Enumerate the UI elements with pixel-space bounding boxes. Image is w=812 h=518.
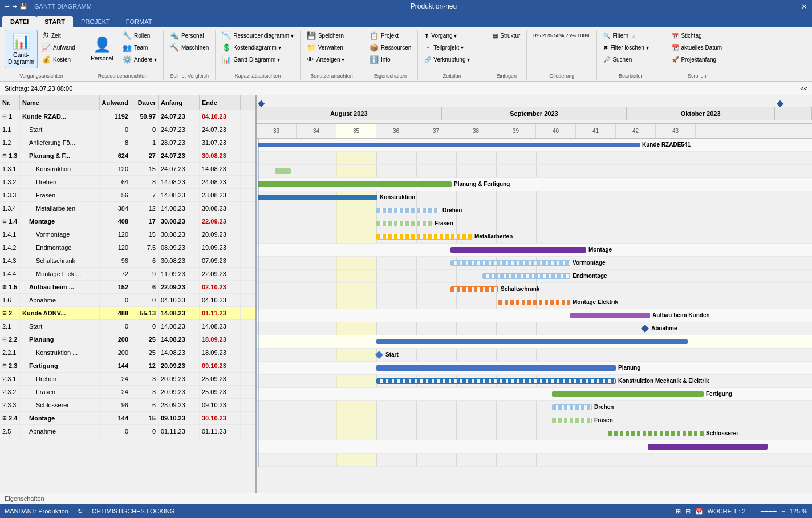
gantt-bar[interactable]: [376, 365, 616, 371]
table-row[interactable]: 2.2.1Konstruktion ...2002514.08.2318.09.…: [0, 346, 255, 359]
table-row[interactable]: 2.3.3Schlosserei96628.09.2309.10.23: [0, 399, 255, 412]
expand-btn[interactable]: ⊟: [2, 337, 7, 342]
minimize-btn[interactable]: —: [776, 2, 783, 11]
expand-btn[interactable]: ⊟: [2, 218, 7, 224]
speichern-btn[interactable]: 💾Speichern: [304, 30, 347, 41]
table-row[interactable]: 1.4.4Montage Elekt...72911.09.2322.09.23: [0, 268, 255, 281]
expand-btn[interactable]: ⊟: [2, 363, 7, 369]
personal2-btn[interactable]: 🔩Personal: [167, 30, 212, 41]
table-row[interactable]: 1.6Abnahme0004.10.2304.10.23: [0, 294, 255, 307]
ressourcendiagramm-btn[interactable]: 📉Ressourcendiagramm ▾: [219, 30, 297, 41]
expand-btn[interactable]: ⊟: [2, 114, 7, 119]
table-row[interactable]: 1.3.4Metallarbeiten3841214.08.2330.08.23: [0, 202, 255, 215]
gantt-bar[interactable]: [482, 273, 570, 279]
struktur-btn[interactable]: ▦Struktur: [490, 30, 523, 41]
projektanfang-btn[interactable]: 🚀Projektanfang: [669, 54, 725, 65]
projekt-btn[interactable]: 📋Projekt: [367, 30, 414, 41]
ressourcen-btn[interactable]: 📦Ressourcen: [367, 42, 414, 53]
gantt-bar[interactable]: [450, 286, 498, 292]
collapse-btn[interactable]: <<: [800, 85, 807, 92]
gantt-bar[interactable]: [376, 221, 432, 226]
table-row[interactable]: 2.3.1Drehen24320.09.2325.09.23: [0, 373, 255, 386]
gantt-bar[interactable]: [570, 313, 650, 318]
info-btn[interactable]: ℹ️Info: [367, 54, 414, 65]
andere-btn[interactable]: ⚙️Andere ▾: [120, 54, 160, 65]
gantt-nav-right[interactable]: ◆: [777, 98, 783, 108]
vorgang-btn[interactable]: ⬆Vorgang ▾: [421, 30, 473, 41]
table-row[interactable]: 1.4.3Schaltschrank96630.08.2307.09.23: [0, 254, 255, 268]
table-row[interactable]: ⊟2Kunde ADNV...48855.1314.08.2301.11.23: [0, 307, 255, 320]
table-row[interactable]: 1.4.1Vormontage1201530.08.2320.09.23: [0, 228, 255, 241]
kosten-btn[interactable]: 💰Kosten: [39, 54, 78, 65]
gantt-bar[interactable]: [608, 431, 704, 436]
gantt-bar[interactable]: [258, 181, 452, 187]
rollen-btn[interactable]: 🔧Rollen: [120, 30, 160, 41]
anzeigen-btn[interactable]: 👁Anzeigen ▾: [304, 54, 347, 65]
gantt-bar[interactable]: [275, 168, 291, 174]
table-row[interactable]: 1.3.2Drehen64814.08.2324.08.23: [0, 176, 255, 189]
verwalten-btn[interactable]: 📁Verwalten: [304, 42, 347, 53]
expand-btn[interactable]: ⊟: [2, 310, 7, 316]
table-row[interactable]: 1.3.3Fräsen56714.08.2323.08.23: [0, 189, 255, 202]
gantt-diagramm2-btn[interactable]: 📊Gantt-Diagramm ▾: [219, 54, 297, 65]
table-row[interactable]: 2.3.2Fräsen24320.09.2325.09.23: [0, 386, 255, 399]
expand-btn[interactable]: ⊟: [2, 153, 7, 159]
gantt-bar[interactable]: [498, 300, 570, 305]
quick-access-save[interactable]: 💾: [19, 3, 27, 10]
percent-btns[interactable]: 0% 25% 50% 75% 100%: [530, 30, 593, 41]
gantt-bar[interactable]: [648, 444, 768, 450]
table-row[interactable]: ⊞1.5Aufbau beim ...152622.09.2302.10.23: [0, 281, 255, 294]
table-row[interactable]: ⊟2.3Fertigung1441220.09.2309.10.23: [0, 359, 255, 373]
quick-access-undo[interactable]: ↩: [5, 3, 10, 10]
zoom-minus[interactable]: —: [750, 508, 756, 515]
table-row[interactable]: 1.4.2Endmontage1207.508.09.2319.09.23: [0, 241, 255, 254]
gantt-bar[interactable]: [258, 143, 640, 147]
table-icon[interactable]: ⊟: [685, 508, 691, 515]
aktuelles-datum-btn[interactable]: 📆aktuelles Datum: [669, 42, 725, 53]
gantt-bar[interactable]: [376, 208, 440, 213]
filter-loschen-btn[interactable]: ✖Filter löschen ▾: [600, 42, 651, 53]
calendar-icon[interactable]: 📅: [695, 508, 703, 515]
table-row[interactable]: ⊟1.3Planung & F...6242724.07.2330.08.23: [0, 149, 255, 163]
tab-start[interactable]: START: [36, 16, 73, 27]
gantt-nav-left[interactable]: ◆: [258, 98, 265, 108]
stichtag-btn[interactable]: 📅Stichtag: [669, 30, 725, 41]
table-row[interactable]: 1.2Anlieferung Fö...8128.07.2331.07.23: [0, 136, 255, 149]
gantt-diagramm-btn[interactable]: 📊 Gantt-Diagramm: [5, 30, 38, 68]
table-row[interactable]: ⊟1Kunde RZAD...119250.9724.07.2304.10.23: [0, 110, 255, 123]
table-row[interactable]: ⊟2.2Planung2002514.08.2318.09.23: [0, 333, 255, 346]
table-row[interactable]: 2.1Start0014.08.2314.08.23: [0, 320, 255, 333]
tab-projekt[interactable]: PROJEKT: [73, 16, 118, 27]
teilprojekt-btn[interactable]: 🔹Teilprojekt ▾: [421, 42, 473, 53]
close-btn[interactable]: ✕: [801, 2, 807, 11]
table-row[interactable]: 2.5Abnahme0001.11.2301.11.23: [0, 425, 255, 438]
tab-format[interactable]: FORMAT: [118, 16, 160, 27]
refresh-icon[interactable]: ↻: [78, 508, 83, 515]
expand-btn[interactable]: ⊞: [2, 415, 7, 421]
filtern-btn[interactable]: 🔍Filtern ▲: [600, 30, 651, 41]
suchen-btn[interactable]: 🔎Suchen: [600, 54, 651, 65]
zoom-slider[interactable]: ━━━━: [761, 508, 777, 515]
gantt-bar[interactable]: [376, 339, 688, 344]
gantt-bar[interactable]: [450, 260, 570, 266]
table-row[interactable]: ⊞2.4Montage1441509.10.2330.10.23: [0, 412, 255, 425]
personal-btn[interactable]: 👤 Personal: [86, 30, 119, 68]
gantt-bar[interactable]: [258, 195, 377, 200]
maximize-btn[interactable]: □: [790, 2, 794, 11]
gantt-bar[interactable]: [552, 404, 592, 410]
team-btn[interactable]: 👥Team: [120, 42, 160, 53]
gantt-bar[interactable]: [376, 378, 616, 384]
expand-btn[interactable]: ⊞: [2, 284, 7, 290]
zoom-plus[interactable]: +: [781, 508, 785, 515]
table-row[interactable]: ⊟1.4Montage4081730.08.2322.09.23: [0, 215, 255, 228]
grid-icon[interactable]: ⊞: [676, 508, 681, 515]
quick-access-redo[interactable]: ↪: [12, 3, 17, 10]
table-row[interactable]: 1.3.1Konstruktion1201524.07.2314.08.23: [0, 163, 255, 176]
gantt-bar[interactable]: [552, 418, 592, 423]
aufwand-btn[interactable]: 📈Aufwand: [39, 42, 78, 53]
gantt-bar[interactable]: [552, 391, 704, 397]
verknupfung-btn[interactable]: 🔗Verknüpfung ▾: [421, 54, 473, 65]
maschinen-btn[interactable]: 🔨Maschinen: [167, 42, 212, 53]
zeit-btn[interactable]: ⏱Zeit: [39, 30, 78, 41]
gantt-bar[interactable]: [450, 247, 586, 253]
